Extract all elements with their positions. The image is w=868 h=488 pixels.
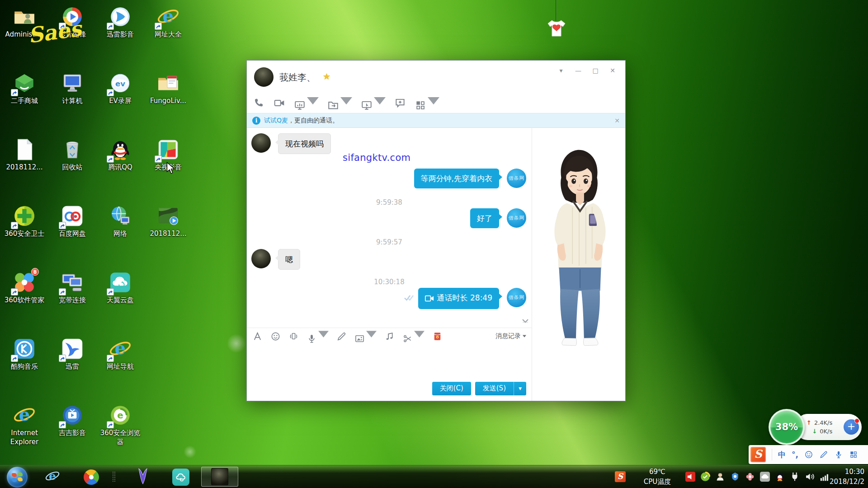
taskbar-purple-app-icon[interactable] (129, 465, 156, 488)
taskbar-clock[interactable]: 10:30 2018/12/2 (830, 467, 864, 487)
screenshot-icon[interactable] (402, 329, 425, 344)
self-message-avatar[interactable]: 借条网 (507, 288, 526, 307)
qq-tray-icon[interactable] (775, 472, 785, 482)
network-icon (108, 204, 132, 228)
peer-name: 莪姓李、 (279, 71, 316, 84)
taskbar-active-chat-window[interactable] (201, 467, 238, 487)
qmic-link[interactable]: 试试Q麦 (264, 117, 288, 125)
desktop-icon-document[interactable]: 2018112... (2, 137, 47, 172)
desktop-icon-tianyi[interactable]: 天翼云盘 (98, 270, 143, 305)
red-packet-icon[interactable] (432, 331, 443, 342)
desktop-icon-xunlei[interactable]: 迅雷 (50, 337, 95, 371)
desktop-icon-dialup[interactable]: 宽带连接 (50, 270, 95, 305)
image-icon[interactable] (354, 329, 377, 344)
music-icon[interactable] (384, 331, 395, 342)
message-input[interactable] (247, 344, 532, 376)
power-plug-icon[interactable] (790, 472, 800, 482)
incoming-message: 嗯 (247, 249, 532, 270)
sogou-tray-icon[interactable]: S (615, 471, 626, 482)
taskbar-cloud-app-icon[interactable] (167, 465, 194, 488)
punctuation-icon[interactable]: °, (792, 450, 798, 459)
cloud-drive-icon[interactable] (760, 472, 770, 482)
start-button[interactable] (4, 465, 31, 488)
emoji-icon[interactable] (270, 331, 281, 342)
remote-desktop-icon[interactable] (361, 95, 386, 111)
close-icon[interactable]: ✕ (606, 65, 619, 76)
cpu-temp-widget[interactable]: 69℃ CPU温度 (635, 467, 680, 487)
notify-close-icon[interactable]: ✕ (614, 117, 620, 124)
desktop-icon-baidupan[interactable]: 百度网盘 (50, 204, 95, 239)
voice-icon[interactable] (834, 450, 843, 459)
button-row: 关闭(C) 发送(S) ▾ (247, 376, 532, 401)
desktop-icon-video[interactable]: 2018112... (146, 204, 191, 239)
send-options-caret[interactable]: ▾ (514, 382, 526, 395)
video-call-icon[interactable] (274, 97, 285, 109)
self-message-avatar[interactable]: 借条网 (507, 169, 526, 188)
favorite-star-icon[interactable]: ★ (323, 71, 330, 81)
send-file-icon[interactable] (327, 95, 352, 111)
desktop-icon-ie[interactable]: e网址导航 (98, 337, 143, 371)
download-speed: 0K/s (820, 427, 832, 436)
toolbox-icon[interactable] (849, 450, 858, 459)
screen-share-icon[interactable] (294, 95, 319, 111)
desktop-icon-network[interactable]: 网络 (98, 204, 143, 239)
svg-text:e: e (115, 338, 126, 358)
desktop-icon-user-folder[interactable]: Administr... (2, 5, 47, 39)
taskbar-browser-pinwheel-icon[interactable] (78, 465, 105, 488)
memory-percent-ball[interactable]: 38% (769, 409, 805, 445)
voice-message-icon[interactable] (307, 329, 329, 344)
peer-message-avatar[interactable] (251, 133, 271, 153)
call-bubble[interactable]: 通话时长 28:49 (418, 288, 499, 309)
self-message-avatar[interactable]: 借条网 (507, 208, 526, 228)
close-button[interactable]: 关闭(C) (432, 382, 471, 395)
apps-icon[interactable] (415, 95, 439, 111)
maximize-icon[interactable]: □ (589, 65, 602, 76)
volume-icon[interactable] (805, 472, 815, 482)
desktop-icon-recycle[interactable]: 回收站 (50, 137, 95, 172)
flower-icon[interactable] (745, 472, 755, 482)
window-dropdown-icon[interactable]: ▾ (555, 65, 567, 76)
scroll-down-icon[interactable] (522, 317, 529, 326)
taskbar-ie-icon[interactable]: e (39, 465, 66, 488)
desktop-icon-jiji[interactable]: 吉吉影音 (50, 403, 95, 438)
window-shake-icon[interactable] (288, 331, 299, 342)
desktop-icon-browser-360[interactable]: e360安全浏览器 (98, 403, 143, 446)
ime-divider (772, 449, 772, 460)
desktop-icon-soft-360[interactable]: 8360软件管家 (2, 270, 47, 305)
message-history-button[interactable]: 消息记录 (495, 332, 526, 340)
desktop-icon-green-box[interactable]: 二手商城 (2, 71, 47, 106)
sogou-logo-icon[interactable]: S (750, 447, 766, 462)
driver-icon[interactable] (730, 472, 740, 482)
peer-avatar[interactable] (254, 67, 274, 87)
handwriting-icon[interactable] (819, 450, 828, 459)
new-chat-icon[interactable] (394, 97, 406, 109)
voice-call-icon[interactable] (253, 97, 265, 109)
desktop-icon-shield-360[interactable]: 360安全卫士 (2, 204, 47, 239)
desktop-icon-qq[interactable]: 腾讯QQ (98, 137, 143, 172)
assistant-icon[interactable] (715, 472, 725, 482)
accelerate-button[interactable]: + (844, 419, 859, 435)
desktop-icon-ie[interactable]: e网址大全 (146, 5, 191, 39)
titlebar[interactable]: 莪姓李、 ★ ▾—□✕ (247, 61, 625, 93)
desktop-icon-xlplay[interactable]: 迅雷影音 (98, 5, 143, 39)
shortcut-arrow-icon (59, 222, 66, 229)
handwriting-icon[interactable] (336, 331, 347, 342)
chinese-mode-icon[interactable]: 中 (778, 450, 786, 460)
system-tray: S 69℃ CPU温度 10:30 2018/12/2 (615, 465, 868, 488)
desktop-icon-computer[interactable]: 计算机 (50, 71, 95, 106)
emoji-icon[interactable] (804, 450, 813, 459)
network-signal-icon[interactable] (820, 472, 830, 482)
announcement-icon[interactable] (685, 472, 695, 482)
desktop-icon-ie[interactable]: eInternet Explorer (2, 403, 47, 446)
peer-message-avatar[interactable] (251, 249, 271, 268)
desktop-icon-label: 迅雷 (50, 362, 95, 371)
360-safety-icon[interactable] (700, 472, 710, 482)
desktop-icon-kugou[interactable]: 酷狗音乐 (2, 337, 47, 371)
shortcut-arrow-icon (107, 421, 114, 428)
desktop-icon-yyxf[interactable]: 影音先锋 (50, 5, 95, 39)
desktop-icon-folder-app[interactable]: FungoLiv... (146, 71, 191, 106)
font-icon[interactable] (252, 331, 263, 342)
send-button[interactable]: 发送(S) (475, 382, 514, 395)
minimize-icon[interactable]: — (572, 65, 585, 76)
desktop-icon-ev[interactable]: evEV录屏 (98, 71, 143, 106)
